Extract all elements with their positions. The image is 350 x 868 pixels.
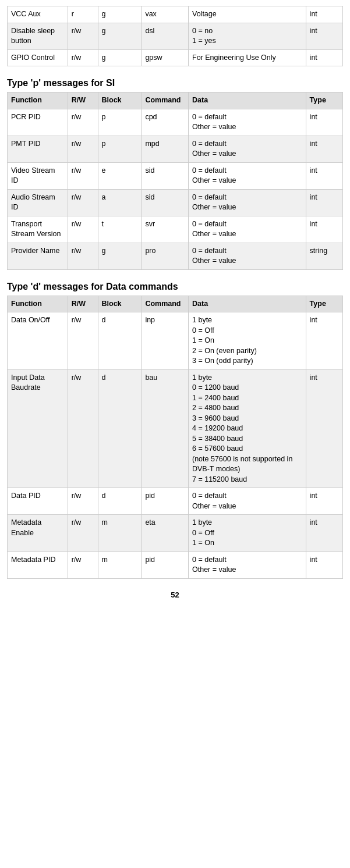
page-number: 52 <box>7 590 343 599</box>
table-cell: VCC Aux <box>8 6 68 23</box>
table-cell: r/w <box>68 488 98 515</box>
table-cell: 1 byte0 = 1200 baud1 = 2400 baud2 = 4800… <box>189 369 306 488</box>
table-cell: 0 = defaultOther = value <box>189 488 306 515</box>
table-cell: int <box>306 515 342 552</box>
table-cell: p <box>98 136 142 162</box>
table-cell: pro <box>142 243 189 269</box>
section2-table: FunctionR/WBlockCommandDataType Data On/… <box>7 296 343 579</box>
table-cell: t <box>98 216 142 243</box>
table-cell: pid <box>142 552 189 578</box>
table-cell: dsl <box>142 23 189 49</box>
table-cell: Disable sleep button <box>8 23 68 49</box>
table-cell: r/w <box>68 136 98 162</box>
table-cell: d <box>98 488 142 515</box>
table-cell: 1 byte0 = Off1 = On2 = On (even parity)3… <box>189 312 306 370</box>
table-row: PMT PIDr/wpmpd0 = defaultOther = valuein… <box>8 136 343 162</box>
table-cell: Data PID <box>8 488 68 515</box>
table-cell: 0 = defaultOther = value <box>189 552 306 578</box>
table-cell: inp <box>142 312 189 370</box>
table-cell: r/w <box>68 162 98 189</box>
section2-heading: Type 'd' messages for Data commands <box>7 282 343 292</box>
table-cell: Data On/Off <box>8 312 68 370</box>
table-cell: string <box>306 243 342 269</box>
table-cell: int <box>306 136 342 162</box>
table-cell: int <box>306 552 342 578</box>
table-cell: 0 = defaultOther = value <box>189 136 306 162</box>
table-cell: Video Stream ID <box>8 162 68 189</box>
table-row: Video Stream IDr/wesid0 = defaultOther =… <box>8 162 343 189</box>
table-cell: gpsw <box>142 49 189 66</box>
column-header: R/W <box>68 296 98 312</box>
column-header: Function <box>8 93 68 109</box>
column-header: Command <box>142 296 189 312</box>
table-cell: int <box>306 216 342 243</box>
table-cell: int <box>306 162 342 189</box>
column-header: Command <box>142 93 189 109</box>
table-cell: 0 = defaultOther = value <box>189 243 306 269</box>
table-row: VCC AuxrgvaxVoltageint <box>8 6 343 23</box>
top-table: VCC AuxrgvaxVoltageintDisable sleep butt… <box>7 6 343 66</box>
table-cell: r/w <box>68 49 98 66</box>
table-cell: r/w <box>68 243 98 269</box>
table-cell: 0 = no1 = yes <box>189 23 306 49</box>
table-cell: sid <box>142 162 189 189</box>
table-cell: int <box>306 369 342 488</box>
table-cell: r/w <box>68 312 98 370</box>
table-cell: g <box>98 23 142 49</box>
table-cell: m <box>98 515 142 552</box>
table-cell: vax <box>142 6 189 23</box>
table-row: Transport Stream Versionr/wtsvr0 = defau… <box>8 216 343 243</box>
table-cell: sid <box>142 189 189 216</box>
table-cell: r/w <box>68 189 98 216</box>
column-header: Type <box>306 93 342 109</box>
table-cell: int <box>306 312 342 370</box>
table-cell: g <box>98 243 142 269</box>
column-header: Data <box>189 296 306 312</box>
table-cell: int <box>306 23 342 49</box>
table-cell: e <box>98 162 142 189</box>
table-cell: r/w <box>68 515 98 552</box>
column-header: Block <box>98 296 142 312</box>
table-cell: 0 = defaultOther = value <box>189 189 306 216</box>
section1-heading: Type 'p' messages for SI <box>7 78 343 88</box>
table-cell: Metadata PID <box>8 552 68 578</box>
table-cell: eta <box>142 515 189 552</box>
table-cell: PMT PID <box>8 136 68 162</box>
table-cell: r/w <box>68 552 98 578</box>
table-cell: 1 byte0 = Off1 = On <box>189 515 306 552</box>
table-row: GPIO Controlr/wggpswFor Engineering Use … <box>8 49 343 66</box>
table-cell: r/w <box>68 23 98 49</box>
table-row: Data PIDr/wdpid0 = defaultOther = valuei… <box>8 488 343 515</box>
table-cell: r/w <box>68 109 98 136</box>
table-cell: Audio Stream ID <box>8 189 68 216</box>
column-header: R/W <box>68 93 98 109</box>
column-header: Function <box>8 296 68 312</box>
table-cell: bau <box>142 369 189 488</box>
table-cell: Transport Stream Version <box>8 216 68 243</box>
table-cell: int <box>306 109 342 136</box>
table-cell: pid <box>142 488 189 515</box>
table-cell: g <box>98 6 142 23</box>
table-cell: g <box>98 49 142 66</box>
table-cell: d <box>98 369 142 488</box>
column-header: Type <box>306 296 342 312</box>
top-table-section: VCC AuxrgvaxVoltageintDisable sleep butt… <box>7 6 343 66</box>
table-cell: GPIO Control <box>8 49 68 66</box>
table-cell: 0 = defaultOther = value <box>189 109 306 136</box>
table-cell: 0 = defaultOther = value <box>189 162 306 189</box>
table-cell: Voltage <box>189 6 306 23</box>
table-cell: d <box>98 312 142 370</box>
table-row: Provider Namer/wgpro0 = defaultOther = v… <box>8 243 343 269</box>
table-row: Disable sleep buttonr/wgdsl0 = no1 = yes… <box>8 23 343 49</box>
table-cell: a <box>98 189 142 216</box>
table-row: PCR PIDr/wpcpd0 = defaultOther = valuein… <box>8 109 343 136</box>
table-cell: r/w <box>68 216 98 243</box>
table-row: Data On/Offr/wdinp1 byte0 = Off1 = On2 =… <box>8 312 343 370</box>
table-cell: r/w <box>68 369 98 488</box>
table-cell: 0 = defaultOther = value <box>189 216 306 243</box>
column-header: Data <box>189 93 306 109</box>
table-cell: int <box>306 488 342 515</box>
table-cell: For Engineering Use Only <box>189 49 306 66</box>
table-cell: PCR PID <box>8 109 68 136</box>
table-cell: int <box>306 6 342 23</box>
